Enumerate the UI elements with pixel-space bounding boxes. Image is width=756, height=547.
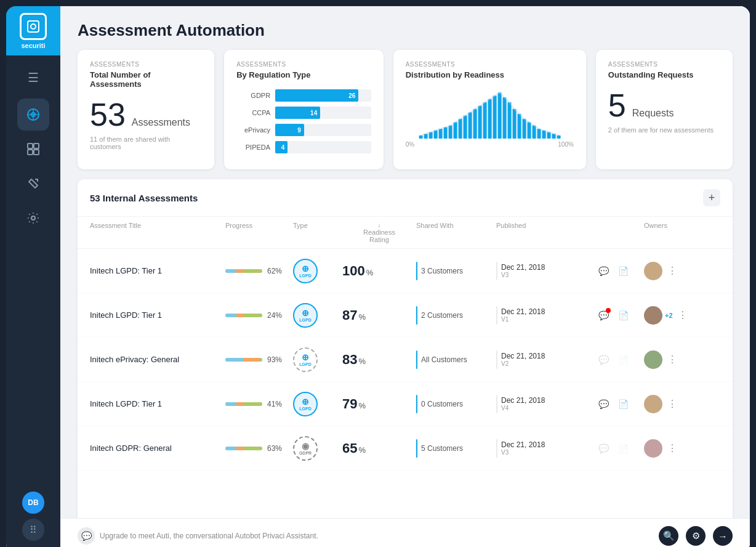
row-more-menu-button[interactable]: ⋮	[665, 352, 680, 367]
column-headers: Assessment Title Progress Type ↓ Readine…	[78, 217, 733, 249]
navigate-button[interactable]: →	[713, 526, 733, 546]
user-avatar[interactable]: DB	[22, 492, 44, 514]
svg-rect-8	[28, 150, 33, 155]
progress-cell: 63%	[225, 444, 293, 453]
bar-label-gdpr: GDPR	[236, 92, 270, 99]
col-header-published: Published	[496, 222, 595, 243]
doc-action-icon[interactable]: 📄	[614, 395, 632, 413]
shared-cell: All Customers	[416, 350, 496, 369]
row-more-menu-button[interactable]: ⋮	[675, 308, 690, 323]
bar-chart-ccpa: CCPA 14	[236, 107, 371, 119]
owner-extra: +2	[665, 312, 673, 319]
type-icon: ⊕	[302, 397, 309, 407]
pub-date: Dec 21, 2018	[501, 307, 545, 316]
svg-rect-0	[28, 21, 39, 32]
col-header-progress: Progress	[225, 222, 293, 243]
svg-rect-27	[497, 92, 501, 139]
sidebar-item-dashboard[interactable]	[17, 133, 49, 165]
published-cell: Dec 21, 2018 V3	[496, 439, 595, 458]
stat-card-regulation: Assessments By Regulation Type GDPR 26 C…	[224, 50, 384, 169]
progress-seg-2	[236, 269, 244, 273]
chat-action-icon[interactable]: 💬	[595, 262, 612, 280]
add-assessment-button[interactable]: +	[703, 189, 720, 206]
chat-action-icon[interactable]: 💬	[595, 307, 612, 324]
shared-cell: 0 Customers	[416, 395, 496, 413]
readiness-cell: 83 %	[342, 352, 416, 368]
readiness-val: 100	[342, 263, 365, 279]
search-button[interactable]: 🔍	[659, 526, 678, 546]
col-header-title: Assessment Title	[90, 222, 225, 243]
bar-chart-eprivacy: ePrivacy 9	[236, 124, 371, 136]
type-cell: ⊕ LGPD	[293, 259, 342, 283]
stat-title-dist: Distribution by Readiness	[406, 70, 574, 79]
pub-divider	[496, 306, 497, 325]
stat-label-outstanding: Assessments	[608, 61, 720, 68]
type-icon: ◉	[302, 441, 309, 451]
page-title: Assessment Automation	[78, 21, 733, 40]
sidebar-logo[interactable]: securiti	[6, 6, 60, 55]
bar-track-pipeda: 4	[275, 141, 371, 153]
row-title: Initech ePrivacy: General	[90, 355, 225, 364]
type-cell: ⊕ LGPD	[293, 347, 342, 372]
doc-action-icon[interactable]: 📄	[614, 307, 632, 324]
menu-toggle-button[interactable]: ☰	[6, 62, 60, 94]
doc-action-icon[interactable]: 📄	[614, 262, 632, 280]
shared-divider	[416, 395, 417, 413]
bottom-actions: 🔍 ⚙ →	[659, 526, 733, 546]
actions-cell: 💬 📄	[595, 307, 644, 324]
progress-seg-1	[225, 447, 236, 450]
published-cell: Dec 21, 2018 V2	[496, 350, 595, 369]
type-label: GDPR	[299, 451, 312, 455]
filter-button[interactable]: ⚙	[686, 526, 706, 546]
owners-cell: +2 ⋮	[644, 306, 706, 325]
svg-rect-34	[532, 126, 536, 139]
pub-divider	[496, 395, 497, 413]
shared-cell: 2 Customers	[416, 306, 496, 325]
sidebar-item-settings[interactable]	[17, 202, 49, 234]
published-cell: Dec 21, 2018 V1	[496, 306, 595, 325]
progress-seg-2	[244, 358, 260, 362]
stat-number-outstanding: 5	[608, 89, 626, 121]
readiness-pct: %	[358, 312, 366, 322]
pub-date: Dec 21, 2018	[501, 352, 545, 360]
shared-text: 2 Customers	[421, 311, 463, 320]
progress-seg-2	[236, 447, 244, 450]
table-header: 53 Internal Assessments +	[78, 179, 733, 217]
svg-rect-7	[34, 144, 39, 148]
stat-label-dist: Assessments	[406, 61, 574, 68]
published-cell: Dec 21, 2018 V4	[496, 395, 595, 413]
chat-action-icon[interactable]: 💬	[595, 395, 612, 413]
col-header-owners: Owners	[644, 222, 706, 243]
sidebar-item-tools[interactable]	[17, 168, 49, 200]
type-badge: ⊕ LGPD	[293, 259, 318, 283]
stat-unit-total: Assessments	[132, 117, 190, 128]
doc-action-icon-empty: 📄	[614, 440, 632, 457]
progress-track	[225, 358, 262, 362]
sidebar-nav	[6, 99, 60, 492]
row-more-menu-button[interactable]: ⋮	[665, 441, 680, 456]
type-badge: ⊕ LGPD	[293, 303, 318, 328]
row-title: Initech GDPR: General	[90, 444, 225, 453]
apps-icon[interactable]: ⠿	[22, 519, 44, 541]
shared-divider	[416, 350, 417, 369]
shared-text: 5 Customers	[421, 444, 463, 453]
row-title: Initech LGPD: Tier 1	[90, 310, 225, 320]
row-title: Initech LGPD: Tier 1	[90, 266, 225, 275]
progress-seg-3	[244, 447, 262, 450]
sidebar-item-globe[interactable]	[17, 99, 49, 131]
readiness-val: 83	[342, 352, 357, 368]
stat-card-total: Assessments Total Number of Assessments …	[78, 50, 214, 169]
bar-label-eprivacy: ePrivacy	[236, 126, 270, 134]
row-more-menu-button[interactable]: ⋮	[665, 264, 680, 278]
svg-rect-17	[448, 126, 452, 139]
row-more-menu-button[interactable]: ⋮	[665, 397, 680, 411]
table-row: Initech GDPR: General 63% ◉ GDPR 65 %	[78, 426, 733, 471]
stat-sub-outstanding: 2 of them are for new assessments	[608, 126, 720, 134]
readiness-pct: %	[358, 445, 366, 455]
stat-sub-total: 11 of them are shared with customers	[90, 136, 202, 150]
distribution-chart	[406, 89, 574, 139]
readiness-pct: %	[358, 357, 366, 366]
progress-seg-1	[225, 402, 236, 406]
shared-divider	[416, 306, 417, 325]
shared-divider	[416, 439, 417, 458]
